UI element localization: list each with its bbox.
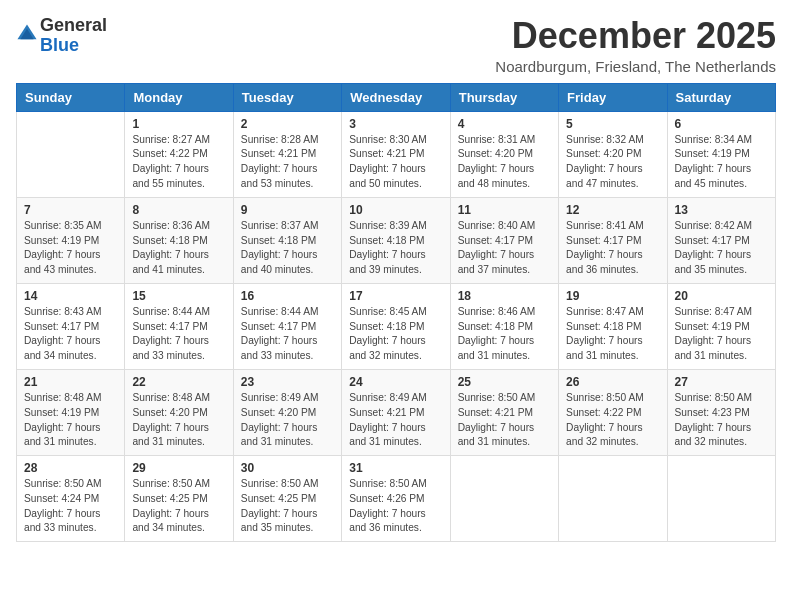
weekday-header-saturday: Saturday xyxy=(667,83,775,111)
calendar-cell: 27Sunrise: 8:50 AMSunset: 4:23 PMDayligh… xyxy=(667,369,775,455)
cell-content: Sunrise: 8:31 AMSunset: 4:20 PMDaylight:… xyxy=(458,133,551,192)
calendar-cell: 21Sunrise: 8:48 AMSunset: 4:19 PMDayligh… xyxy=(17,369,125,455)
cell-content: Sunrise: 8:48 AMSunset: 4:19 PMDaylight:… xyxy=(24,391,117,450)
cell-content: Sunrise: 8:50 AMSunset: 4:24 PMDaylight:… xyxy=(24,477,117,536)
day-number: 10 xyxy=(349,203,442,217)
calendar-cell: 5Sunrise: 8:32 AMSunset: 4:20 PMDaylight… xyxy=(559,111,667,197)
day-number: 17 xyxy=(349,289,442,303)
calendar-cell: 2Sunrise: 8:28 AMSunset: 4:21 PMDaylight… xyxy=(233,111,341,197)
day-number: 31 xyxy=(349,461,442,475)
day-number: 2 xyxy=(241,117,334,131)
calendar-cell: 4Sunrise: 8:31 AMSunset: 4:20 PMDaylight… xyxy=(450,111,558,197)
cell-content: Sunrise: 8:48 AMSunset: 4:20 PMDaylight:… xyxy=(132,391,225,450)
cell-content: Sunrise: 8:27 AMSunset: 4:22 PMDaylight:… xyxy=(132,133,225,192)
cell-content: Sunrise: 8:50 AMSunset: 4:22 PMDaylight:… xyxy=(566,391,659,450)
cell-content: Sunrise: 8:44 AMSunset: 4:17 PMDaylight:… xyxy=(241,305,334,364)
calendar-cell: 13Sunrise: 8:42 AMSunset: 4:17 PMDayligh… xyxy=(667,197,775,283)
cell-content: Sunrise: 8:50 AMSunset: 4:26 PMDaylight:… xyxy=(349,477,442,536)
cell-content: Sunrise: 8:40 AMSunset: 4:17 PMDaylight:… xyxy=(458,219,551,278)
day-number: 26 xyxy=(566,375,659,389)
day-number: 18 xyxy=(458,289,551,303)
day-number: 21 xyxy=(24,375,117,389)
calendar-cell: 31Sunrise: 8:50 AMSunset: 4:26 PMDayligh… xyxy=(342,456,450,542)
page-header: General Blue December 2025 Noardburgum, … xyxy=(16,16,776,75)
calendar-body: 1Sunrise: 8:27 AMSunset: 4:22 PMDaylight… xyxy=(17,111,776,542)
day-number: 6 xyxy=(675,117,768,131)
week-row-5: 28Sunrise: 8:50 AMSunset: 4:24 PMDayligh… xyxy=(17,456,776,542)
title-block: December 2025 Noardburgum, Friesland, Th… xyxy=(495,16,776,75)
calendar-table: SundayMondayTuesdayWednesdayThursdayFrid… xyxy=(16,83,776,543)
calendar-cell: 3Sunrise: 8:30 AMSunset: 4:21 PMDaylight… xyxy=(342,111,450,197)
calendar-cell: 14Sunrise: 8:43 AMSunset: 4:17 PMDayligh… xyxy=(17,283,125,369)
calendar-cell: 22Sunrise: 8:48 AMSunset: 4:20 PMDayligh… xyxy=(125,369,233,455)
week-row-2: 7Sunrise: 8:35 AMSunset: 4:19 PMDaylight… xyxy=(17,197,776,283)
logo-icon xyxy=(16,23,38,45)
day-number: 23 xyxy=(241,375,334,389)
cell-content: Sunrise: 8:43 AMSunset: 4:17 PMDaylight:… xyxy=(24,305,117,364)
day-number: 30 xyxy=(241,461,334,475)
calendar-cell: 25Sunrise: 8:50 AMSunset: 4:21 PMDayligh… xyxy=(450,369,558,455)
calendar-cell: 26Sunrise: 8:50 AMSunset: 4:22 PMDayligh… xyxy=(559,369,667,455)
cell-content: Sunrise: 8:47 AMSunset: 4:19 PMDaylight:… xyxy=(675,305,768,364)
cell-content: Sunrise: 8:46 AMSunset: 4:18 PMDaylight:… xyxy=(458,305,551,364)
calendar-cell: 12Sunrise: 8:41 AMSunset: 4:17 PMDayligh… xyxy=(559,197,667,283)
calendar-cell xyxy=(450,456,558,542)
calendar-cell: 29Sunrise: 8:50 AMSunset: 4:25 PMDayligh… xyxy=(125,456,233,542)
cell-content: Sunrise: 8:30 AMSunset: 4:21 PMDaylight:… xyxy=(349,133,442,192)
week-row-3: 14Sunrise: 8:43 AMSunset: 4:17 PMDayligh… xyxy=(17,283,776,369)
day-number: 19 xyxy=(566,289,659,303)
day-number: 12 xyxy=(566,203,659,217)
day-number: 16 xyxy=(241,289,334,303)
calendar-cell: 16Sunrise: 8:44 AMSunset: 4:17 PMDayligh… xyxy=(233,283,341,369)
day-number: 7 xyxy=(24,203,117,217)
day-number: 28 xyxy=(24,461,117,475)
day-number: 5 xyxy=(566,117,659,131)
calendar-cell: 7Sunrise: 8:35 AMSunset: 4:19 PMDaylight… xyxy=(17,197,125,283)
calendar-cell: 28Sunrise: 8:50 AMSunset: 4:24 PMDayligh… xyxy=(17,456,125,542)
day-number: 4 xyxy=(458,117,551,131)
weekday-header-thursday: Thursday xyxy=(450,83,558,111)
weekday-header-sunday: Sunday xyxy=(17,83,125,111)
calendar-cell: 6Sunrise: 8:34 AMSunset: 4:19 PMDaylight… xyxy=(667,111,775,197)
week-row-1: 1Sunrise: 8:27 AMSunset: 4:22 PMDaylight… xyxy=(17,111,776,197)
calendar-cell: 15Sunrise: 8:44 AMSunset: 4:17 PMDayligh… xyxy=(125,283,233,369)
calendar-header: SundayMondayTuesdayWednesdayThursdayFrid… xyxy=(17,83,776,111)
cell-content: Sunrise: 8:34 AMSunset: 4:19 PMDaylight:… xyxy=(675,133,768,192)
calendar-cell: 18Sunrise: 8:46 AMSunset: 4:18 PMDayligh… xyxy=(450,283,558,369)
logo-general-text: General xyxy=(40,15,107,35)
calendar-cell: 23Sunrise: 8:49 AMSunset: 4:20 PMDayligh… xyxy=(233,369,341,455)
cell-content: Sunrise: 8:49 AMSunset: 4:21 PMDaylight:… xyxy=(349,391,442,450)
calendar-cell: 30Sunrise: 8:50 AMSunset: 4:25 PMDayligh… xyxy=(233,456,341,542)
cell-content: Sunrise: 8:50 AMSunset: 4:25 PMDaylight:… xyxy=(241,477,334,536)
day-number: 24 xyxy=(349,375,442,389)
calendar-cell: 11Sunrise: 8:40 AMSunset: 4:17 PMDayligh… xyxy=(450,197,558,283)
weekday-header-friday: Friday xyxy=(559,83,667,111)
calendar-cell: 9Sunrise: 8:37 AMSunset: 4:18 PMDaylight… xyxy=(233,197,341,283)
weekday-header-monday: Monday xyxy=(125,83,233,111)
calendar-cell: 1Sunrise: 8:27 AMSunset: 4:22 PMDaylight… xyxy=(125,111,233,197)
calendar-cell: 24Sunrise: 8:49 AMSunset: 4:21 PMDayligh… xyxy=(342,369,450,455)
cell-content: Sunrise: 8:42 AMSunset: 4:17 PMDaylight:… xyxy=(675,219,768,278)
cell-content: Sunrise: 8:50 AMSunset: 4:21 PMDaylight:… xyxy=(458,391,551,450)
location-subtitle: Noardburgum, Friesland, The Netherlands xyxy=(495,58,776,75)
month-title: December 2025 xyxy=(495,16,776,56)
calendar-cell xyxy=(559,456,667,542)
day-number: 20 xyxy=(675,289,768,303)
week-row-4: 21Sunrise: 8:48 AMSunset: 4:19 PMDayligh… xyxy=(17,369,776,455)
day-number: 22 xyxy=(132,375,225,389)
cell-content: Sunrise: 8:41 AMSunset: 4:17 PMDaylight:… xyxy=(566,219,659,278)
calendar-cell: 10Sunrise: 8:39 AMSunset: 4:18 PMDayligh… xyxy=(342,197,450,283)
cell-content: Sunrise: 8:28 AMSunset: 4:21 PMDaylight:… xyxy=(241,133,334,192)
calendar-cell xyxy=(17,111,125,197)
day-number: 13 xyxy=(675,203,768,217)
day-number: 25 xyxy=(458,375,551,389)
cell-content: Sunrise: 8:35 AMSunset: 4:19 PMDaylight:… xyxy=(24,219,117,278)
cell-content: Sunrise: 8:36 AMSunset: 4:18 PMDaylight:… xyxy=(132,219,225,278)
logo-blue-text: Blue xyxy=(40,35,79,55)
calendar-cell: 20Sunrise: 8:47 AMSunset: 4:19 PMDayligh… xyxy=(667,283,775,369)
logo: General Blue xyxy=(16,16,107,56)
day-number: 14 xyxy=(24,289,117,303)
day-number: 11 xyxy=(458,203,551,217)
day-number: 15 xyxy=(132,289,225,303)
cell-content: Sunrise: 8:44 AMSunset: 4:17 PMDaylight:… xyxy=(132,305,225,364)
